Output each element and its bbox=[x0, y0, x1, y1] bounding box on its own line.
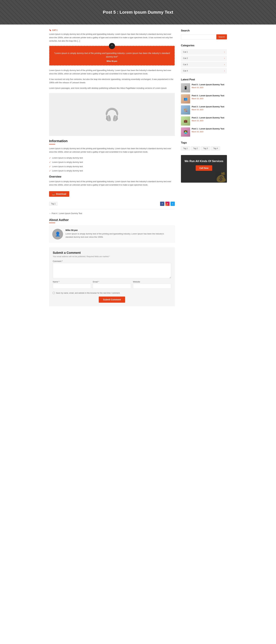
tag-item[interactable]: Tag 1 bbox=[181, 146, 190, 150]
tag-item[interactable]: Tag 2 bbox=[191, 146, 200, 150]
quote-icon: " bbox=[109, 43, 115, 49]
post-thumbnail: 👥 bbox=[181, 94, 190, 104]
coins-decoration: 💰 bbox=[212, 164, 227, 182]
blockquote-text: "Lorem Ipsum is simply dummy text of the… bbox=[54, 52, 170, 58]
search-title: Search bbox=[181, 29, 227, 32]
tag-item[interactable]: Tag 4 bbox=[211, 146, 220, 150]
about-author-title: About Author bbox=[49, 218, 175, 222]
post-image-inner bbox=[49, 93, 175, 136]
categories-title: Categories bbox=[181, 44, 227, 47]
social-icons: f ● t bbox=[160, 202, 175, 206]
check-icon: ✓ bbox=[49, 170, 51, 172]
instagram-icon[interactable]: ● bbox=[165, 202, 170, 206]
author-bio: Lorem Ipsum is simply dummy text of the … bbox=[66, 232, 172, 239]
post-info: Post 1 : Lorem Ipsum Dummy Text March 16… bbox=[192, 128, 224, 133]
email-field-group: Email * bbox=[93, 280, 131, 290]
comment-title: Submit a Comment bbox=[53, 251, 171, 254]
latest-post-item[interactable]: 👥 Post 4 : Lorem Ipsum Dummy Text March … bbox=[181, 94, 227, 104]
post-thumbnail: 📱 bbox=[181, 83, 190, 92]
body-para-4: Lorem Ipsum passages, and more recently … bbox=[49, 86, 175, 90]
post-thumbnail: 🏗️ bbox=[181, 105, 190, 114]
category-item[interactable]: Cat 4› bbox=[181, 68, 227, 74]
post-info: Post 3 : Lorem Ipsum Dummy Text March 16… bbox=[192, 105, 224, 110]
email-label: Email * bbox=[93, 280, 131, 283]
check-icon: ✓ bbox=[49, 165, 51, 168]
search-section: Search Search bbox=[181, 29, 227, 40]
email-input[interactable] bbox=[93, 284, 131, 288]
category-item[interactable]: Cat 2› bbox=[181, 56, 227, 61]
latest-post-item[interactable]: 📱 Post 5 : Lorem Ipsum Dummy Text March … bbox=[181, 83, 227, 92]
twitter-icon[interactable]: t bbox=[170, 202, 175, 206]
call-now-button[interactable]: Call Now bbox=[196, 165, 212, 171]
latest-posts-title: Latest Post bbox=[181, 78, 227, 81]
category-label: 🔖 CAT 1 bbox=[49, 29, 175, 31]
list-item: ✓ Lorem Ipsum is simply dummy text bbox=[49, 169, 175, 173]
information-title: Information bbox=[49, 139, 175, 143]
list-item: ✓ Lorem Ipsum is simply dummy text bbox=[49, 156, 175, 160]
latest-post-title: Post 3 : Lorem Ipsum Dummy Text bbox=[192, 105, 224, 108]
name-label: Name * bbox=[53, 280, 91, 283]
body-para-3: It has survived not only five centuries,… bbox=[49, 78, 175, 84]
save-label: Save my name, email, and website in this… bbox=[56, 292, 120, 294]
search-row: Search bbox=[181, 34, 227, 40]
latest-post-date: March 16, 2023 bbox=[192, 131, 224, 133]
facebook-icon[interactable]: f bbox=[160, 202, 164, 206]
name-input[interactable] bbox=[53, 284, 91, 288]
chevron-right-icon: › bbox=[224, 70, 225, 72]
divider bbox=[49, 209, 175, 209]
post-info: Post 4 : Lorem Ipsum Dummy Text March 16… bbox=[192, 94, 224, 100]
check-icon: ✓ bbox=[49, 161, 51, 164]
chevron-right-icon: › bbox=[224, 64, 225, 66]
prev-post-link[interactable]: ← Post 4 : Lorem Ipsum Dummy Text bbox=[49, 212, 175, 214]
post-tag[interactable]: Tag 1 bbox=[49, 202, 58, 206]
comment-textarea[interactable] bbox=[53, 263, 171, 278]
main-content: 🔖 CAT 1 Lorem Ipsum is simply dummy text… bbox=[49, 29, 175, 306]
search-input[interactable] bbox=[181, 34, 216, 40]
latest-posts-section: Latest Post 📱 Post 5 : Lorem Ipsum Dummy… bbox=[181, 78, 227, 136]
hero-section: Post 5 : Lorem Ipsum Dummy Text bbox=[0, 0, 276, 24]
website-label: Website bbox=[133, 280, 171, 283]
author-info: Mike Bryan Lorem Ipsum is simply dummy t… bbox=[66, 229, 172, 239]
latest-post-title: Post 5 : Lorem Ipsum Dummy Text bbox=[192, 83, 224, 86]
sidebar: Search Search Categories Cat 1› Cat 2› C… bbox=[181, 29, 227, 306]
latest-post-item[interactable]: 🏗️ Post 3 : Lorem Ipsum Dummy Text March… bbox=[181, 105, 227, 114]
latest-post-date: March 16, 2023 bbox=[192, 120, 224, 122]
latest-post-date: March 16, 2023 bbox=[192, 87, 224, 88]
body-para-2: Lorem Ipsum is simply dummy text of the … bbox=[49, 69, 175, 76]
categories-section: Categories Cat 1› Cat 2› Cat 3› Cat 4› bbox=[181, 44, 227, 74]
save-checkbox[interactable] bbox=[53, 292, 55, 294]
category-item[interactable]: Cat 1› bbox=[181, 49, 227, 54]
post-info: Post 5 : Lorem Ipsum Dummy Text March 16… bbox=[192, 83, 224, 88]
post-info: Post 2 : Lorem Ipsum Dummy Text March 16… bbox=[192, 116, 224, 122]
latest-post-title: Post 1 : Lorem Ipsum Dummy Text bbox=[192, 128, 224, 130]
tag-item[interactable]: Tag 3 bbox=[201, 146, 210, 150]
download-icon: 📥 bbox=[52, 193, 55, 195]
latest-post-title: Post 4 : Lorem Ipsum Dummy Text bbox=[192, 94, 224, 97]
search-button[interactable]: Search bbox=[216, 34, 227, 40]
overview-para: Lorem Ipsum is simply dummy text of the … bbox=[49, 180, 175, 186]
website-field-group: Website bbox=[133, 280, 171, 290]
latest-post-item[interactable]: 👩‍💻 Post 1 : Lorem Ipsum Dummy Text Marc… bbox=[181, 128, 227, 136]
list-item: ✓ Lorem Ipsum is simply dummy text bbox=[49, 160, 175, 164]
author-name: Mike Bryan bbox=[66, 229, 172, 232]
cta-widget: 💰 We Run All Kinds Of Services Call Now bbox=[181, 155, 227, 182]
tags-social-row: Tag 1 f ● t bbox=[49, 202, 175, 206]
tags-section: Tags Tag 1 Tag 2 Tag 3 Tag 4 bbox=[181, 141, 227, 150]
avatar: 👤 bbox=[52, 229, 63, 240]
website-input[interactable] bbox=[133, 284, 171, 288]
latest-post-title: Post 2 : Lorem Ipsum Dummy Text bbox=[192, 116, 224, 119]
comment-label: Comment * bbox=[53, 260, 171, 262]
tags-title: Tags bbox=[181, 141, 227, 144]
intro-text: Lorem Ipsum is simply dummy text of the … bbox=[49, 32, 175, 43]
overview-title: Overview bbox=[49, 175, 175, 178]
name-field-group: Name * bbox=[53, 280, 91, 290]
comment-form: Submit a Comment Your email address will… bbox=[49, 247, 175, 306]
latest-post-item[interactable]: 💼 Post 2 : Lorem Ipsum Dummy Text March … bbox=[181, 116, 227, 126]
post-thumbnail: 💼 bbox=[181, 116, 190, 126]
download-button[interactable]: 📥 Download bbox=[49, 191, 69, 197]
info-para: Lorem Ipsum is simply dummy text of the … bbox=[49, 147, 175, 154]
submit-comment-button[interactable]: Submit Comment bbox=[99, 296, 125, 303]
category-item[interactable]: Cat 3› bbox=[181, 62, 227, 67]
blockquote-author: Mike Bryan bbox=[54, 60, 170, 62]
chevron-right-icon: › bbox=[224, 51, 225, 53]
